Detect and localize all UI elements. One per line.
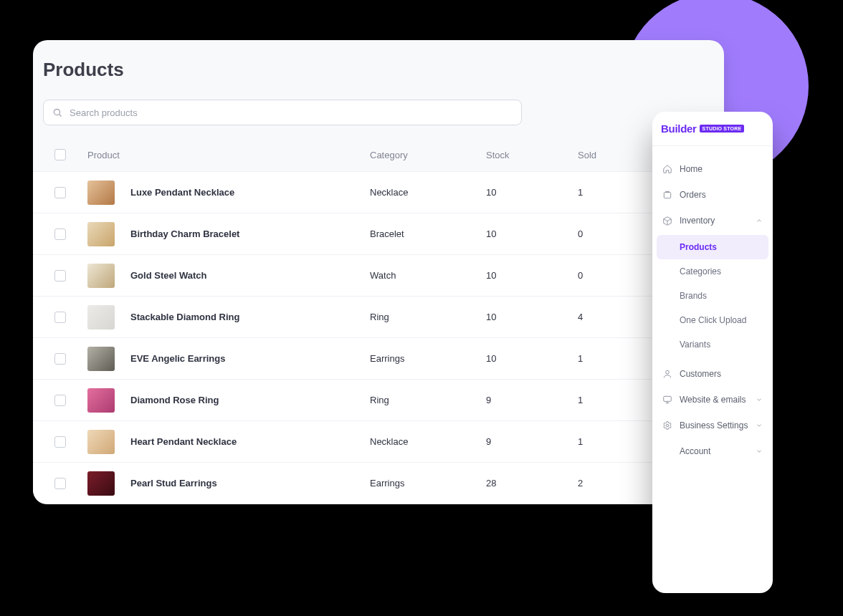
nav-sub-variants[interactable]: Variants [657, 332, 768, 357]
chevron-down-icon [756, 396, 763, 403]
col-sold: Sold [578, 150, 664, 160]
chevron-up-icon [756, 217, 763, 224]
product-stock: 10 [486, 270, 578, 281]
product-thumbnail [87, 264, 115, 288]
product-category: Watch [370, 270, 486, 281]
nav-orders[interactable]: Orders [657, 182, 768, 208]
product-sold: 2 [578, 478, 664, 489]
nav-sub-categories[interactable]: Categories [657, 259, 768, 284]
product-stock: 10 [486, 353, 578, 364]
chevron-down-icon [756, 422, 763, 429]
product-thumbnail [87, 222, 115, 246]
product-name: Luxe Pendant Necklace [130, 187, 234, 198]
nav-label: Customers [680, 369, 763, 379]
product-thumbnail [87, 388, 115, 413]
row-checkbox[interactable] [54, 395, 66, 406]
nav-label: Inventory [680, 216, 748, 226]
nav-business-settings[interactable]: Business Settings [657, 413, 768, 438]
nav-inventory[interactable]: Inventory [657, 208, 768, 234]
sidebar: Builder STUDIO STORE Home Orders Invento… [652, 112, 773, 593]
svg-rect-4 [664, 396, 672, 401]
product-sold: 0 [578, 270, 664, 281]
product-category: Earrings [370, 478, 486, 489]
product-sold: 1 [578, 187, 664, 198]
brand-logo[interactable]: Builder STUDIO STORE [661, 122, 744, 135]
product-name: Birthday Charm Bracelet [130, 228, 239, 239]
monitor-icon [662, 395, 672, 405]
svg-point-3 [666, 370, 670, 374]
product-thumbnail [87, 430, 115, 454]
table-row[interactable]: Heart Pendant Necklace Necklace 9 1 [33, 420, 724, 462]
select-all-checkbox[interactable] [54, 149, 66, 160]
search-input[interactable] [70, 107, 513, 118]
product-name: Heart Pendant Necklace [130, 436, 237, 447]
col-stock: Stock [486, 150, 578, 160]
product-sold: 4 [578, 312, 664, 322]
orders-icon [662, 190, 672, 200]
product-category: Ring [370, 312, 486, 322]
search-icon [52, 107, 62, 117]
product-name: Pearl Stud Earrings [130, 478, 217, 489]
products-panel: Products Product Category Stock Sold Lux… [33, 40, 724, 504]
nav-label: Business Settings [680, 420, 748, 430]
nav-customers[interactable]: Customers [657, 361, 768, 387]
chevron-down-icon [756, 448, 763, 455]
nav-label: Account [680, 446, 748, 456]
customers-icon [662, 369, 672, 379]
col-product: Product [87, 150, 370, 160]
nav-label: Website & emails [680, 395, 748, 405]
table-header: Product Category Stock Sold [33, 138, 724, 171]
nav-home[interactable]: Home [657, 156, 768, 182]
product-sold: 0 [578, 228, 664, 239]
product-category: Necklace [370, 436, 486, 447]
table-row[interactable]: Gold Steel Watch Watch 10 0 [33, 254, 724, 296]
page-title: Products [33, 40, 724, 92]
nav-sub-label: Categories [680, 266, 721, 276]
row-checkbox[interactable] [54, 353, 66, 365]
table-row[interactable]: EVE Angelic Earrings Earrings 10 1 [33, 337, 724, 379]
nav-sub-label: Products [680, 242, 717, 252]
table-row[interactable]: Stackable Diamond Ring Ring 10 4 [33, 296, 724, 337]
product-name: Diamond Rose Ring [130, 395, 219, 405]
row-checkbox[interactable] [54, 228, 66, 240]
nav-label: Orders [680, 190, 763, 200]
product-thumbnail [87, 181, 115, 205]
nav-label: Home [680, 164, 763, 174]
table-row[interactable]: Diamond Rose Ring Ring 9 1 [33, 379, 724, 420]
home-icon [662, 164, 672, 174]
row-checkbox[interactable] [54, 187, 66, 198]
row-checkbox[interactable] [54, 312, 66, 323]
brand-word: Builder [661, 122, 697, 135]
product-name: EVE Angelic Earrings [130, 353, 225, 364]
row-checkbox[interactable] [54, 270, 66, 281]
product-stock: 28 [486, 478, 578, 489]
nav-sub-products[interactable]: Products [657, 235, 768, 259]
products-table: Product Category Stock Sold Luxe Pendant… [33, 138, 724, 504]
product-thumbnail [87, 347, 115, 371]
row-checkbox[interactable] [54, 436, 66, 448]
svg-rect-2 [664, 193, 670, 198]
nav-sub-brands[interactable]: Brands [657, 284, 768, 308]
nav-sub-label: Brands [680, 291, 707, 301]
nav-website[interactable]: Website & emails [657, 387, 768, 413]
nav-sub-label: Variants [680, 340, 710, 350]
table-row[interactable]: Luxe Pendant Necklace Necklace 10 1 [33, 171, 724, 213]
product-thumbnail [87, 305, 115, 329]
product-category: Bracelet [370, 228, 486, 239]
table-row[interactable]: Pearl Stud Earrings Earrings 28 2 [33, 462, 724, 504]
product-stock: 10 [486, 187, 578, 198]
product-stock: 9 [486, 395, 578, 405]
svg-line-1 [59, 115, 62, 117]
svg-point-5 [666, 424, 669, 427]
brand-badge: STUDIO STORE [700, 125, 745, 133]
row-checkbox[interactable] [54, 478, 66, 489]
nav-account[interactable]: Account [657, 438, 768, 464]
product-stock: 9 [486, 436, 578, 447]
col-category: Category [370, 150, 486, 160]
product-stock: 10 [486, 312, 578, 322]
nav-sub-one-click[interactable]: One Click Upload [657, 308, 768, 332]
search-box[interactable] [43, 100, 522, 125]
product-category: Necklace [370, 187, 486, 198]
table-row[interactable]: Birthday Charm Bracelet Bracelet 10 0 [33, 213, 724, 254]
sidebar-header: Builder STUDIO STORE [652, 112, 773, 146]
